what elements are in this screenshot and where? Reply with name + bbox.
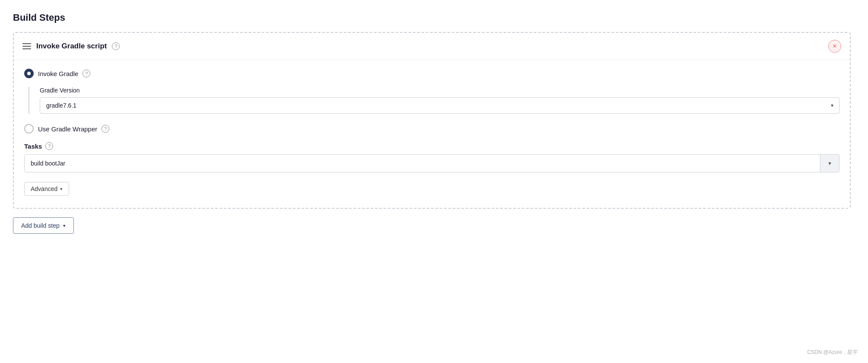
advanced-label: Advanced bbox=[31, 185, 57, 192]
card-body: Invoke Gradle ? Gradle Version gradle7.6… bbox=[14, 60, 850, 208]
gradle-version-select[interactable]: gradle7.6.1 gradle7.5 gradle7.4 gradle7.… bbox=[40, 97, 839, 114]
drag-handle-icon[interactable] bbox=[22, 43, 31, 49]
watermark: CSDN @Azure，星宇 bbox=[807, 349, 858, 356]
invoke-gradle-radio[interactable] bbox=[24, 69, 34, 78]
page-title: Build Steps bbox=[13, 12, 855, 23]
add-build-step-chevron-icon: ▾ bbox=[63, 223, 66, 229]
card-header: Invoke Gradle script ? × bbox=[14, 33, 850, 60]
tasks-section: Tasks ? ▼ bbox=[24, 142, 839, 172]
tasks-label-row: Tasks ? bbox=[24, 142, 839, 150]
use-gradle-wrapper-help-icon[interactable]: ? bbox=[101, 125, 109, 133]
advanced-chevron-icon: ▾ bbox=[60, 186, 63, 192]
invoke-gradle-label: Invoke Gradle bbox=[38, 70, 78, 77]
close-card-button[interactable]: × bbox=[828, 40, 841, 53]
tasks-input[interactable] bbox=[25, 155, 820, 172]
gradle-version-section: Gradle Version gradle7.6.1 gradle7.5 gra… bbox=[29, 87, 839, 114]
use-gradle-wrapper-radio[interactable] bbox=[24, 124, 34, 134]
advanced-section: Advanced ▾ bbox=[24, 182, 839, 196]
tasks-label: Tasks bbox=[24, 143, 42, 150]
invoke-gradle-option: Invoke Gradle ? bbox=[24, 69, 839, 78]
card-title-help-icon[interactable]: ? bbox=[112, 42, 120, 50]
gradle-version-select-wrapper: gradle7.6.1 gradle7.5 gradle7.4 gradle7.… bbox=[40, 97, 839, 114]
card-title: Invoke Gradle script bbox=[36, 42, 107, 51]
invoke-gradle-help-icon[interactable]: ? bbox=[82, 70, 90, 77]
use-gradle-wrapper-label: Use Gradle Wrapper bbox=[38, 125, 97, 133]
gradle-version-label: Gradle Version bbox=[40, 87, 839, 94]
use-gradle-wrapper-option: Use Gradle Wrapper ? bbox=[24, 124, 839, 134]
add-build-step-section: Add build step ▾ bbox=[13, 217, 855, 234]
add-build-step-button[interactable]: Add build step ▾ bbox=[13, 217, 74, 234]
tasks-input-container: ▼ bbox=[24, 154, 839, 172]
build-step-card: Invoke Gradle script ? × Invoke Gradle ?… bbox=[13, 32, 851, 209]
card-header-left: Invoke Gradle script ? bbox=[22, 42, 120, 51]
tasks-dropdown-chevron-icon: ▼ bbox=[827, 161, 832, 166]
tasks-dropdown-button[interactable]: ▼ bbox=[820, 155, 839, 172]
advanced-button[interactable]: Advanced ▾ bbox=[24, 182, 69, 196]
radio-inner-dot bbox=[27, 72, 31, 75]
tasks-help-icon[interactable]: ? bbox=[45, 142, 53, 150]
add-build-step-label: Add build step bbox=[21, 222, 60, 229]
